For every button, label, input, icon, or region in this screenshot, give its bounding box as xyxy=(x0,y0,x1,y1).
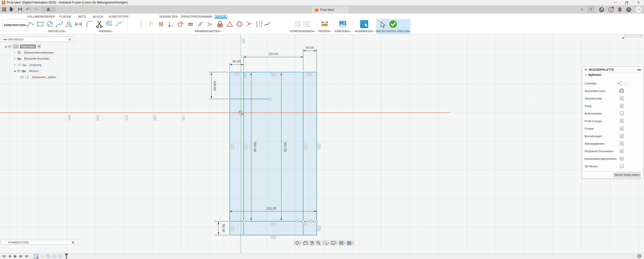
tree-item-skizzen[interactable]: ◢ Skizzen xyxy=(14,68,41,73)
bemassungen-checkbox[interactable] xyxy=(620,134,624,138)
comments-bar[interactable]: KOMMENTARE ⊕ xyxy=(1,240,78,245)
tab-netz[interactable]: NETZ xyxy=(77,15,88,19)
constraint-fix-icon[interactable] xyxy=(158,20,165,28)
finish-sketch-icon[interactable] xyxy=(389,20,397,28)
konstruktionsgeometrien-checkbox[interactable] xyxy=(620,157,624,161)
grid-settings-button[interactable]: ▾ xyxy=(339,241,345,245)
edit-spline-icon[interactable] xyxy=(115,20,123,28)
tree-item-label[interactable]: Ursprung xyxy=(28,63,43,67)
timeline-feature-extrude[interactable] xyxy=(46,254,51,259)
visibility-off-eye-icon[interactable] xyxy=(17,63,21,66)
constraint-parallel-icon[interactable] xyxy=(197,20,204,28)
group-label-auswaehlen[interactable]: AUSWÄHLEN▾ xyxy=(355,30,374,33)
expand-triangle-icon[interactable]: ◢ xyxy=(5,45,7,48)
sketch-scale-icon[interactable] xyxy=(138,20,144,28)
preferences-gear-icon[interactable] xyxy=(637,254,641,258)
step-back-button[interactable] xyxy=(8,255,11,258)
constraint-midpoint-icon[interactable] xyxy=(246,20,253,28)
look-at-button[interactable] xyxy=(303,241,308,245)
restore-button[interactable] xyxy=(621,0,632,5)
mirror-tool-icon[interactable] xyxy=(65,20,73,28)
tab-blech[interactable]: BLECH xyxy=(92,15,105,19)
constraint-polygon-icon[interactable] xyxy=(226,20,233,28)
user-avatar[interactable]: LS xyxy=(635,6,642,13)
linetype-construction-icon[interactable] xyxy=(618,81,622,86)
tab-kunststoff[interactable]: KUNSTSTOFF xyxy=(107,15,130,19)
tab-flaeche[interactable]: FLÄCHE xyxy=(58,15,73,19)
collapsed-chevron-icon[interactable]: ▷ xyxy=(14,57,16,60)
select-tool-icon[interactable] xyxy=(360,20,369,29)
redo-button[interactable]: ↷▾ xyxy=(33,7,39,12)
palette-minus-icon[interactable]: ⊖ xyxy=(584,68,587,71)
zoom-button[interactable] xyxy=(316,241,321,245)
trim-scissors-icon[interactable] xyxy=(96,20,104,28)
group-label-einfuegen[interactable]: EINFÜGEN▾ xyxy=(335,30,351,33)
close-button[interactable]: ✕ xyxy=(633,0,644,5)
group-label-abhaengigkeiten[interactable]: ABHÄNGIGKEITEN▾ xyxy=(195,30,221,33)
aufschneiden-checkbox[interactable] xyxy=(620,112,624,115)
constraint-coincident-icon[interactable] xyxy=(207,20,214,28)
palette-expand-icon[interactable]: ▶▶ xyxy=(638,68,641,71)
constraint-symmetry-icon[interactable] xyxy=(256,20,263,28)
timeline-feature-extrude[interactable] xyxy=(58,254,63,259)
go-to-start-button[interactable] xyxy=(3,255,6,258)
group-label-erstellen[interactable]: ERSTELLEN▾ xyxy=(48,30,66,33)
linetype-projected-icon[interactable] xyxy=(624,81,629,86)
konstruktion-dropdown[interactable]: KONSTRUKTION▾ xyxy=(3,19,28,31)
new-tab-button[interactable]: + xyxy=(587,6,595,13)
timeline-feature-extrude[interactable] xyxy=(52,254,57,259)
tree-item-label[interactable]: Dokumenteinstellungen xyxy=(22,50,56,55)
look-at-icon[interactable] xyxy=(619,89,624,93)
tab-volumenkoerper[interactable]: VOLUMENKÖRPER xyxy=(26,15,57,19)
close-tab-icon[interactable]: ✕ xyxy=(580,8,583,12)
offset-tool-icon[interactable] xyxy=(105,20,113,28)
skizzierraster-checkbox[interactable] xyxy=(620,96,624,100)
constraint-horizontal-vertical-icon[interactable] xyxy=(167,20,174,28)
abhaengigkeiten-checkbox[interactable] xyxy=(620,142,624,145)
group-label-skizze-fertig-stellen[interactable]: SKIZZE FERTIG STELLEN▾ xyxy=(375,30,411,33)
tree-item-label[interactable]: Holzkasten_außen xyxy=(30,75,58,79)
tree-item-ursprung[interactable]: ▷ Ursprung xyxy=(14,62,43,67)
fillet-tool-icon[interactable] xyxy=(86,20,94,28)
save-button[interactable] xyxy=(17,7,23,12)
step-forward-button[interactable] xyxy=(19,255,23,258)
profil-checkbox[interactable] xyxy=(620,119,624,123)
home-button[interactable] xyxy=(41,7,55,12)
group-label-konfigurieren[interactable]: KONFIGURIEREN▾ xyxy=(290,30,315,33)
pan-button[interactable] xyxy=(310,241,314,245)
palette-header[interactable]: ⊖ SKIZZENPALETTE ▶▶ xyxy=(582,67,643,72)
undo-button[interactable]: ↶▾ xyxy=(25,7,31,12)
collapse-browser-icon[interactable]: ◀◀ xyxy=(3,38,7,41)
tab-dienstprogramme[interactable]: DIENSTPROGRAMME xyxy=(180,15,214,19)
tree-item-dokumenteinstellungen[interactable]: ▷ Dokumenteinstellungen xyxy=(14,50,56,55)
palette-section-optionen[interactable]: ▼Optionen xyxy=(584,73,601,77)
browser-header[interactable]: ◀◀ BROWSER ⊖ xyxy=(1,37,74,42)
projizierte-checkbox[interactable] xyxy=(620,149,624,153)
tree-item-holzkasten-aussen[interactable]: Holzkasten_außen xyxy=(20,75,58,79)
group-label-aendern[interactable]: ÄNDERN▾ xyxy=(99,30,112,33)
circle-tool-icon[interactable] xyxy=(46,20,54,28)
notifications-bell-icon[interactable] xyxy=(618,7,622,12)
finish-sketch-button[interactable]: Skizze fertig stellen xyxy=(614,173,640,177)
collapsed-chevron-icon[interactable]: ▷ xyxy=(14,63,16,66)
fang-checkbox[interactable] xyxy=(620,104,624,108)
punkte-checkbox[interactable] xyxy=(620,127,624,130)
tree-item-label[interactable]: Skizzen xyxy=(27,69,41,73)
sketch-dimension-icon[interactable] xyxy=(74,20,83,28)
configuration-table-icon[interactable] xyxy=(303,20,311,28)
add-comment-icon[interactable]: ⊕ xyxy=(72,240,75,244)
constraint-equal-icon[interactable] xyxy=(187,20,194,28)
tree-item-benannte-ansichten[interactable]: ▷ Benannte Ansichten xyxy=(14,56,52,61)
constraint-tangent-icon[interactable] xyxy=(177,20,184,28)
play-button[interactable] xyxy=(14,255,17,258)
tree-item-label[interactable]: Final Idea xyxy=(20,44,36,48)
tree-item-label[interactable]: Benannte Ansichten xyxy=(22,57,52,61)
skizze-3d-checkbox[interactable] xyxy=(620,164,624,168)
spline-tool-icon[interactable] xyxy=(55,20,63,28)
extensions-icon[interactable] xyxy=(599,7,604,12)
visibility-eye-icon[interactable] xyxy=(20,76,24,78)
sketch-canvas[interactable] xyxy=(0,34,644,253)
browser-minus-icon[interactable]: ⊖ xyxy=(68,37,71,41)
insert-image-icon[interactable] xyxy=(339,20,347,28)
app-grid-icon[interactable] xyxy=(1,7,7,12)
